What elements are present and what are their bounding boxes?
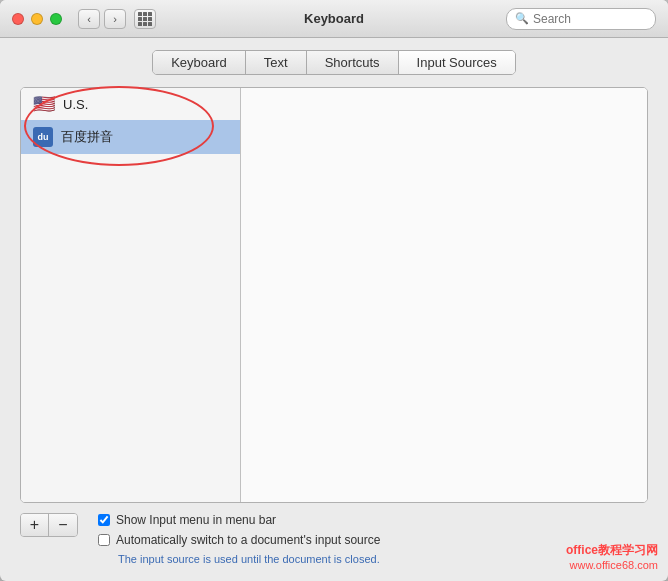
sources-panel: 🇺🇸 U.S. du 百度拼音 bbox=[21, 88, 241, 502]
back-button[interactable]: ‹ bbox=[78, 9, 100, 29]
grid-button[interactable] bbox=[134, 9, 156, 29]
bottom-controls: + − Show Input menu in menu bar Automati… bbox=[20, 513, 648, 565]
show-input-menu-checkbox[interactable] bbox=[98, 514, 110, 526]
us-flag-icon: 🇺🇸 bbox=[33, 95, 55, 113]
show-input-menu-label: Show Input menu in menu bar bbox=[116, 513, 276, 527]
grid-icon bbox=[138, 12, 152, 26]
search-box[interactable]: 🔍 bbox=[506, 8, 656, 30]
hint-text: The input source is used until the docum… bbox=[118, 553, 380, 565]
panels: 🇺🇸 U.S. du 百度拼音 bbox=[20, 87, 648, 503]
watermark-line2: www.office68.com bbox=[566, 559, 658, 571]
traffic-lights bbox=[12, 13, 62, 25]
main-content: 🇺🇸 U.S. du 百度拼音 + bbox=[0, 75, 668, 581]
checkboxes: Show Input menu in menu bar Automaticall… bbox=[98, 513, 380, 565]
auto-switch-label: Automatically switch to a document's inp… bbox=[116, 533, 380, 547]
baidu-label: 百度拼音 bbox=[61, 128, 113, 146]
titlebar: ‹ › Keyboard 🔍 bbox=[0, 0, 668, 38]
source-item-baidu[interactable]: du 百度拼音 bbox=[21, 120, 240, 154]
maximize-button[interactable] bbox=[50, 13, 62, 25]
tab-bar: Keyboard Text Shortcuts Input Sources bbox=[0, 38, 668, 75]
tab-shortcuts[interactable]: Shortcuts bbox=[307, 51, 399, 74]
baidu-icon: du bbox=[33, 127, 53, 147]
checkbox-row-1: Show Input menu in menu bar bbox=[98, 513, 380, 527]
checkbox-row-2: Automatically switch to a document's inp… bbox=[98, 533, 380, 547]
watermark: office教程学习网 www.office68.com bbox=[566, 542, 658, 571]
tab-input-sources[interactable]: Input Sources bbox=[399, 51, 515, 74]
detail-panel bbox=[241, 88, 647, 502]
watermark-line1: office教程学习网 bbox=[566, 542, 658, 559]
auto-switch-checkbox[interactable] bbox=[98, 534, 110, 546]
us-label: U.S. bbox=[63, 97, 88, 112]
add-source-button[interactable]: + bbox=[21, 514, 49, 536]
forward-button[interactable]: › bbox=[104, 9, 126, 29]
minimize-button[interactable] bbox=[31, 13, 43, 25]
search-icon: 🔍 bbox=[515, 12, 529, 25]
close-button[interactable] bbox=[12, 13, 24, 25]
search-input[interactable] bbox=[533, 12, 647, 26]
source-item-us[interactable]: 🇺🇸 U.S. bbox=[21, 88, 240, 120]
tab-text[interactable]: Text bbox=[246, 51, 307, 74]
tab-keyboard[interactable]: Keyboard bbox=[153, 51, 246, 74]
tabs-container: Keyboard Text Shortcuts Input Sources bbox=[152, 50, 516, 75]
remove-source-button[interactable]: − bbox=[49, 514, 77, 536]
window-title: Keyboard bbox=[304, 11, 364, 26]
nav-buttons: ‹ › bbox=[78, 9, 126, 29]
add-remove-buttons: + − bbox=[20, 513, 78, 537]
